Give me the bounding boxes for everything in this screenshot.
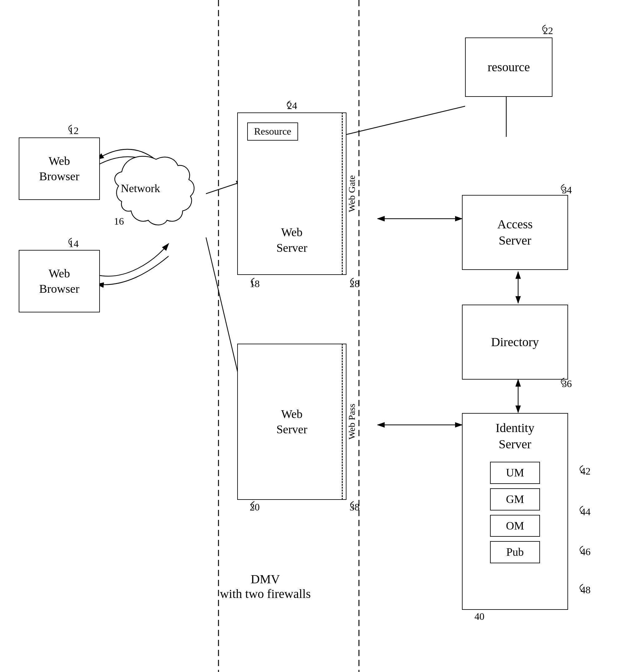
ref-16: 16 xyxy=(114,216,124,227)
access-server: AccessServer xyxy=(462,195,568,270)
bracket-12 xyxy=(62,123,75,136)
bracket-20 xyxy=(245,500,258,511)
directory: Directory xyxy=(462,305,568,380)
bracket-24 xyxy=(281,99,293,110)
web-browser-top: WebBrowser xyxy=(19,137,100,200)
bracket-38 xyxy=(344,500,357,511)
web-server-top: Resource WebServer xyxy=(237,112,347,275)
diagram: WebBrowser 12 WebBrowser 14 Network 16 R… xyxy=(0,0,623,672)
bracket-28 xyxy=(344,277,357,287)
webpass-label: Web Pass xyxy=(342,344,360,500)
resource-down-line xyxy=(506,96,507,137)
webgate-label: Web Gate xyxy=(342,112,360,275)
bracket-42 xyxy=(574,464,586,476)
svg-text:Network: Network xyxy=(121,182,160,195)
web-browser-bottom: WebBrowser xyxy=(19,250,100,312)
web-server-bottom: WebServer xyxy=(237,344,347,500)
bracket-48 xyxy=(574,583,586,595)
bracket-22 xyxy=(536,23,549,36)
bracket-18 xyxy=(245,277,258,287)
bracket-34 xyxy=(555,183,567,195)
resource-inner-box: Resource xyxy=(247,122,298,141)
bracket-14 xyxy=(62,236,75,249)
dmv-label: DMVwith two firewalls xyxy=(172,572,359,601)
bracket-36 xyxy=(555,376,567,389)
ref-40: 40 xyxy=(474,611,484,622)
identity-server: IdentityServer UM GM OM Pub xyxy=(462,413,568,610)
resource-box: resource xyxy=(465,37,553,97)
bracket-46 xyxy=(574,544,586,557)
bracket-44 xyxy=(574,505,586,517)
network-cloud: Network xyxy=(112,150,200,269)
